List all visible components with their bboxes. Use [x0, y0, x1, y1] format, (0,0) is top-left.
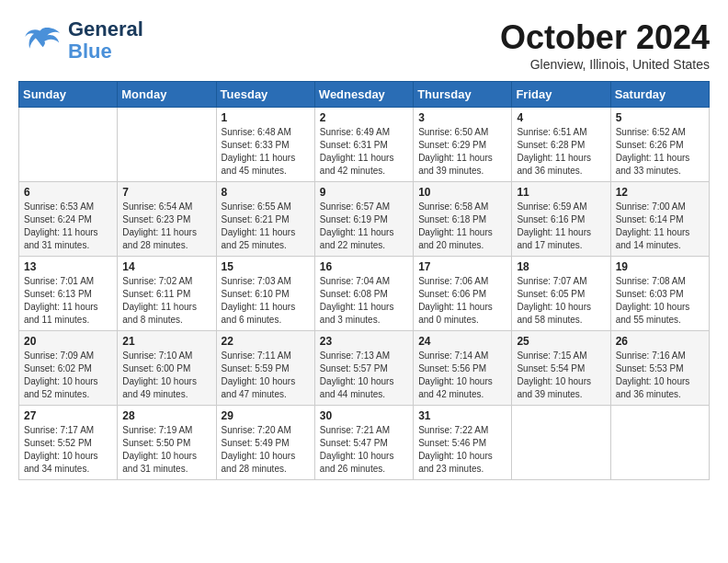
day-info: Sunrise: 7:08 AMSunset: 6:03 PMDaylight:…	[616, 275, 704, 327]
day-number: 12	[616, 186, 704, 199]
logo-icon	[18, 22, 64, 59]
calendar-table: SundayMondayTuesdayWednesdayThursdayFrid…	[18, 81, 710, 480]
day-info: Sunrise: 6:53 AMSunset: 6:24 PMDaylight:…	[24, 201, 112, 252]
day-number: 1	[222, 111, 310, 124]
day-number: 9	[320, 186, 408, 199]
day-number: 14	[122, 260, 210, 273]
day-info: Sunrise: 6:54 AMSunset: 6:23 PMDaylight:…	[122, 201, 210, 252]
weekday-saturday: Saturday	[610, 82, 709, 108]
calendar-cell: 26Sunrise: 7:16 AMSunset: 5:53 PMDayligh…	[610, 331, 709, 406]
day-info: Sunrise: 7:21 AMSunset: 5:47 PMDaylight:…	[320, 424, 408, 476]
calendar-cell: 29Sunrise: 7:20 AMSunset: 5:49 PMDayligh…	[216, 406, 314, 480]
week-row-1: 1Sunrise: 6:48 AMSunset: 6:33 PMDaylight…	[19, 108, 710, 182]
calendar-cell: 12Sunrise: 7:00 AMSunset: 6:14 PMDayligh…	[610, 182, 709, 257]
day-number: 21	[122, 335, 210, 348]
day-number: 7	[122, 186, 210, 199]
page-header: General Blue October 2024 Glenview, Illi…	[18, 18, 710, 72]
weekday-header-row: SundayMondayTuesdayWednesdayThursdayFrid…	[19, 82, 710, 108]
calendar-cell: 30Sunrise: 7:21 AMSunset: 5:47 PMDayligh…	[314, 406, 413, 480]
day-number: 29	[222, 409, 310, 422]
calendar-cell: 17Sunrise: 7:06 AMSunset: 6:06 PMDayligh…	[414, 257, 512, 331]
day-number: 6	[24, 186, 112, 199]
day-info: Sunrise: 7:17 AMSunset: 5:52 PMDaylight:…	[24, 424, 112, 476]
day-info: Sunrise: 6:48 AMSunset: 6:33 PMDaylight:…	[222, 126, 310, 178]
day-number: 25	[517, 335, 605, 348]
day-info: Sunrise: 6:49 AMSunset: 6:31 PMDaylight:…	[320, 126, 408, 178]
month-title: October 2024	[500, 18, 710, 57]
calendar-cell: 9Sunrise: 6:57 AMSunset: 6:19 PMDaylight…	[314, 182, 413, 257]
day-number: 26	[616, 335, 704, 348]
day-info: Sunrise: 6:50 AMSunset: 6:29 PMDaylight:…	[418, 126, 506, 178]
week-row-3: 13Sunrise: 7:01 AMSunset: 6:13 PMDayligh…	[19, 257, 710, 331]
calendar-cell: 15Sunrise: 7:03 AMSunset: 6:10 PMDayligh…	[216, 257, 314, 331]
logo-text: General Blue	[68, 18, 143, 63]
calendar-cell: 4Sunrise: 6:51 AMSunset: 6:28 PMDaylight…	[512, 108, 610, 182]
day-number: 16	[320, 260, 408, 273]
calendar-cell: 25Sunrise: 7:15 AMSunset: 5:54 PMDayligh…	[512, 331, 610, 406]
calendar-cell: 24Sunrise: 7:14 AMSunset: 5:56 PMDayligh…	[414, 331, 512, 406]
day-info: Sunrise: 7:19 AMSunset: 5:50 PMDaylight:…	[122, 424, 210, 476]
day-number: 10	[418, 186, 506, 199]
day-number: 17	[418, 260, 506, 273]
day-info: Sunrise: 7:00 AMSunset: 6:14 PMDaylight:…	[616, 201, 704, 252]
calendar-cell: 27Sunrise: 7:17 AMSunset: 5:52 PMDayligh…	[19, 406, 118, 480]
location: Glenview, Illinois, United States	[500, 57, 710, 72]
calendar-cell: 14Sunrise: 7:02 AMSunset: 6:11 PMDayligh…	[118, 257, 216, 331]
weekday-thursday: Thursday	[414, 82, 512, 108]
calendar-cell: 28Sunrise: 7:19 AMSunset: 5:50 PMDayligh…	[118, 406, 216, 480]
day-info: Sunrise: 6:57 AMSunset: 6:19 PMDaylight:…	[320, 201, 408, 252]
day-info: Sunrise: 7:02 AMSunset: 6:11 PMDaylight:…	[122, 275, 210, 327]
day-info: Sunrise: 7:15 AMSunset: 5:54 PMDaylight:…	[517, 350, 605, 401]
day-number: 19	[616, 260, 704, 273]
calendar-cell: 3Sunrise: 6:50 AMSunset: 6:29 PMDaylight…	[414, 108, 512, 182]
day-info: Sunrise: 6:55 AMSunset: 6:21 PMDaylight:…	[222, 201, 310, 252]
calendar-cell: 19Sunrise: 7:08 AMSunset: 6:03 PMDayligh…	[610, 257, 709, 331]
day-info: Sunrise: 7:16 AMSunset: 5:53 PMDaylight:…	[616, 350, 704, 401]
day-number: 18	[517, 260, 605, 273]
weekday-friday: Friday	[512, 82, 610, 108]
day-info: Sunrise: 7:13 AMSunset: 5:57 PMDaylight:…	[320, 350, 408, 401]
day-info: Sunrise: 7:07 AMSunset: 6:05 PMDaylight:…	[517, 275, 605, 327]
day-number: 3	[418, 111, 506, 124]
day-number: 13	[24, 260, 112, 273]
day-info: Sunrise: 6:59 AMSunset: 6:16 PMDaylight:…	[517, 201, 605, 252]
calendar-cell: 21Sunrise: 7:10 AMSunset: 6:00 PMDayligh…	[118, 331, 216, 406]
calendar-cell: 8Sunrise: 6:55 AMSunset: 6:21 PMDaylight…	[216, 182, 314, 257]
calendar-cell: 31Sunrise: 7:22 AMSunset: 5:46 PMDayligh…	[414, 406, 512, 480]
day-info: Sunrise: 7:10 AMSunset: 6:00 PMDaylight:…	[122, 350, 210, 401]
day-number: 22	[222, 335, 310, 348]
calendar-cell	[610, 406, 709, 480]
day-number: 2	[320, 111, 408, 124]
week-row-5: 27Sunrise: 7:17 AMSunset: 5:52 PMDayligh…	[19, 406, 710, 480]
day-number: 30	[320, 409, 408, 422]
day-info: Sunrise: 7:14 AMSunset: 5:56 PMDaylight:…	[418, 350, 506, 401]
calendar-cell	[19, 108, 118, 182]
day-info: Sunrise: 7:06 AMSunset: 6:06 PMDaylight:…	[418, 275, 506, 327]
weekday-monday: Monday	[118, 82, 216, 108]
day-number: 5	[616, 111, 704, 124]
calendar-cell: 10Sunrise: 6:58 AMSunset: 6:18 PMDayligh…	[414, 182, 512, 257]
day-info: Sunrise: 7:09 AMSunset: 6:02 PMDaylight:…	[24, 350, 112, 401]
day-info: Sunrise: 7:04 AMSunset: 6:08 PMDaylight:…	[320, 275, 408, 327]
calendar-cell	[118, 108, 216, 182]
calendar-cell: 22Sunrise: 7:11 AMSunset: 5:59 PMDayligh…	[216, 331, 314, 406]
day-info: Sunrise: 6:51 AMSunset: 6:28 PMDaylight:…	[517, 126, 605, 178]
day-number: 8	[222, 186, 310, 199]
calendar-cell: 5Sunrise: 6:52 AMSunset: 6:26 PMDaylight…	[610, 108, 709, 182]
logo: General Blue	[18, 18, 143, 63]
day-number: 28	[122, 409, 210, 422]
calendar-cell: 6Sunrise: 6:53 AMSunset: 6:24 PMDaylight…	[19, 182, 118, 257]
week-row-4: 20Sunrise: 7:09 AMSunset: 6:02 PMDayligh…	[19, 331, 710, 406]
day-number: 4	[517, 111, 605, 124]
day-info: Sunrise: 7:11 AMSunset: 5:59 PMDaylight:…	[222, 350, 310, 401]
day-info: Sunrise: 7:20 AMSunset: 5:49 PMDaylight:…	[222, 424, 310, 476]
calendar-cell: 20Sunrise: 7:09 AMSunset: 6:02 PMDayligh…	[19, 331, 118, 406]
calendar-cell: 16Sunrise: 7:04 AMSunset: 6:08 PMDayligh…	[314, 257, 413, 331]
day-info: Sunrise: 7:01 AMSunset: 6:13 PMDaylight:…	[24, 275, 112, 327]
day-number: 23	[320, 335, 408, 348]
day-number: 15	[222, 260, 310, 273]
weekday-tuesday: Tuesday	[216, 82, 314, 108]
day-number: 20	[24, 335, 112, 348]
title-section: October 2024 Glenview, Illinois, United …	[500, 18, 710, 72]
day-number: 24	[418, 335, 506, 348]
